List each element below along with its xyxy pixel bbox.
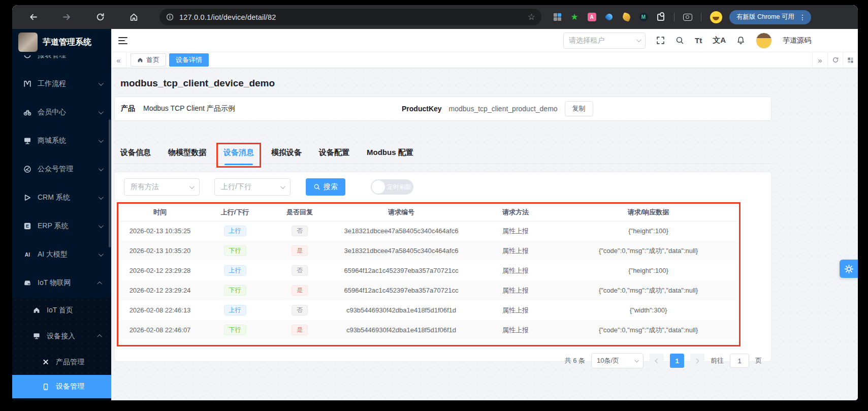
tab-modbus-config[interactable]: Modbus 配置 — [367, 141, 413, 164]
tenant-select[interactable]: 请选择租户 — [563, 33, 646, 49]
bookmark-star-icon[interactable]: ☆ — [528, 12, 535, 22]
cell-direction: 上行 — [201, 261, 269, 280]
url-text[interactable]: 127.0.0.1/iot/device/detail/82 — [179, 13, 276, 21]
col-direction: 上行/下行 — [201, 204, 269, 221]
tags-scroll-left-icon[interactable]: « — [111, 52, 126, 68]
cell-direction: 上行 — [201, 221, 269, 241]
tab-search-icon[interactable] — [682, 12, 693, 23]
col-data: 请求/响应数据 — [559, 204, 738, 221]
chevron-down-icon — [636, 37, 641, 42]
cell-time: 2026-02-12 23:29:24 — [119, 280, 201, 300]
table-row[interactable]: 2026-02-08 22:46:07 下行 是 c93b5446930f42d… — [119, 320, 738, 340]
cell-reply: 否 — [269, 221, 330, 241]
sidebar-item-iot-home[interactable]: IoT 首页 — [12, 297, 111, 323]
sidebar-item-mall[interactable]: 商城系统 — [12, 127, 111, 155]
sidebar-item-erp[interactable]: E ERP 系统 — [12, 212, 111, 240]
cell-method: 属性上报 — [472, 241, 559, 261]
current-page-button[interactable]: 1 — [670, 354, 684, 368]
auto-refresh-toggle[interactable]: 定时刷新 — [371, 179, 413, 195]
direction-badge: 上行 — [224, 226, 246, 236]
profile-avatar[interactable] — [710, 11, 722, 23]
tab-device-message[interactable]: 设备消息 — [223, 141, 254, 164]
forward-icon[interactable] — [59, 10, 74, 25]
table-row[interactable]: 2026-02-13 10:35:25 上行 否 3e18321dbcee47a… — [119, 221, 738, 241]
tab-thing-model-data[interactable]: 物模型数据 — [168, 141, 206, 164]
search-button[interactable]: 搜索 — [306, 178, 345, 196]
reply-badge: 是 — [292, 325, 308, 335]
address-bar[interactable]: 127.0.0.1/iot/device/detail/82 ☆ — [159, 9, 541, 25]
tag-home[interactable]: 首页 — [131, 53, 166, 67]
sidebar-scrollbar[interactable] — [109, 119, 111, 247]
col-reply: 是否回复 — [269, 204, 330, 221]
copy-button[interactable]: 复制 — [565, 101, 593, 116]
chrome-update-button[interactable]: 有新版 Chrome 可用 ⋮ — [729, 10, 811, 24]
language-icon[interactable]: 文A — [713, 36, 726, 45]
site-info-icon[interactable] — [166, 13, 174, 21]
product-summary-card: 产品 Modbus TCP Client 产品示例 ProductKey mod… — [114, 97, 771, 121]
sidebar-item-product-mgmt[interactable]: 产品管理 — [12, 349, 111, 375]
sidebar-item-iot[interactable]: IoT 物联网 — [12, 269, 111, 297]
tab-device-config[interactable]: 设备配置 — [319, 141, 349, 164]
settings-gear-button[interactable] — [840, 260, 858, 278]
extensions-puzzle-icon[interactable] — [655, 12, 666, 23]
cell-data: {"code":0,"msg":"成功","data":null} — [559, 280, 738, 300]
table-row[interactable]: 2026-02-12 23:29:24 下行 是 65964f12ac1c452… — [119, 280, 738, 300]
monitor-icon — [33, 332, 41, 340]
cell-method: 属性上报 — [472, 221, 559, 241]
next-page-button[interactable] — [690, 354, 704, 368]
back-icon[interactable] — [25, 10, 41, 25]
table-row[interactable]: 2026-02-12 23:29:28 上行 否 65964f12ac1c452… — [119, 261, 738, 280]
tags-refresh-icon[interactable] — [827, 52, 843, 68]
notification-bell-icon[interactable] — [736, 36, 745, 45]
table-row[interactable]: 2026-02-08 22:46:13 上行 否 c93b5446930f42d… — [119, 300, 738, 320]
tag-device-detail[interactable]: 设备详情 — [169, 53, 209, 67]
goto-label: 前往 — [711, 356, 724, 365]
goto-page-input[interactable] — [730, 354, 749, 368]
sidebar-item-device-access[interactable]: 设备接入 — [12, 323, 111, 349]
browser-window: 127.0.0.1/iot/device/detail/82 ☆ ★ A M 有… — [12, 5, 858, 400]
extension-star-icon[interactable]: ★ — [569, 12, 580, 23]
sidebar-item-mp[interactable]: 公众号管理 — [12, 155, 111, 183]
prev-page-button[interactable] — [650, 354, 664, 368]
chevron-down-icon — [99, 81, 104, 86]
filter-row: 所有方法 上行/下行 搜索 定时刷新 — [124, 178, 762, 196]
fullscreen-icon[interactable] — [656, 36, 665, 45]
user-avatar[interactable] — [756, 33, 772, 49]
sidebar-item-ai[interactable]: AI AI 大模型 — [12, 240, 111, 269]
tags-layout-icon[interactable] — [843, 52, 858, 68]
font-size-icon[interactable]: Tt — [695, 36, 702, 45]
sidebar-item-member[interactable]: 会员中心 — [12, 98, 111, 127]
sidebar-item-crm[interactable]: CRM 系统 — [12, 183, 111, 212]
cell-reply: 是 — [269, 241, 330, 261]
sidebar-item-workflow[interactable]: 工作流程 — [12, 70, 111, 98]
tab-device-info[interactable]: 设备信息 — [120, 141, 151, 164]
reload-icon[interactable] — [92, 10, 108, 25]
direction-select[interactable]: 上行/下行 — [214, 178, 291, 196]
tab-simulate-device[interactable]: 模拟设备 — [271, 141, 302, 164]
chevron-down-icon — [99, 166, 104, 171]
sidebar-item-report[interactable]: 报表管理 — [12, 55, 111, 70]
extension-broom-icon[interactable] — [621, 12, 632, 23]
chrome-menu-icon[interactable]: ⋮ — [799, 13, 806, 21]
method-select[interactable]: 所有方法 — [124, 178, 200, 196]
col-time: 时间 — [119, 204, 201, 221]
username[interactable]: 芋道源码 — [783, 36, 811, 45]
sidebar-collapse-icon[interactable] — [118, 37, 127, 44]
app-logo-row[interactable]: 芋道管理系统 — [12, 29, 111, 55]
annotation-box-table: 时间 上行/下行 是否回复 请求编号 请求方法 请求/响应数据 2026-02-… — [117, 202, 741, 346]
search-icon[interactable] — [676, 36, 684, 45]
tags-scroll-right-icon[interactable]: » — [812, 52, 827, 68]
col-method: 请求方法 — [472, 204, 559, 221]
extension-grid-icon[interactable] — [552, 12, 563, 23]
home-icon[interactable] — [126, 10, 141, 25]
svg-text:E: E — [26, 224, 29, 229]
table-row[interactable]: 2026-02-13 10:35:20 下行 是 3e18321dbcee47a… — [119, 241, 738, 261]
page-size-select[interactable]: 10条/页 — [591, 353, 644, 368]
extension-translate-icon[interactable]: A — [586, 12, 597, 23]
browser-toolbar: 127.0.0.1/iot/device/detail/82 ☆ ★ A M 有… — [12, 5, 858, 29]
extension-drop-icon[interactable] — [603, 12, 615, 23]
chevron-down-icon — [99, 138, 104, 143]
sidebar-item-device-mgmt[interactable]: 设备管理 — [12, 375, 111, 398]
chevron-down-icon — [189, 184, 195, 189]
extension-m-icon[interactable]: M — [638, 12, 649, 23]
